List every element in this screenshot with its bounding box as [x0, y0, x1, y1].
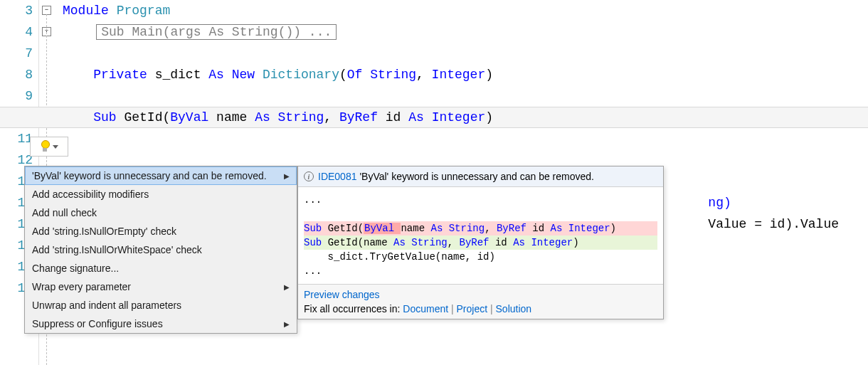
menu-item-unwrap-parameters[interactable]: Unwrap and indent all parameters	[25, 296, 297, 314]
line-number: 9	[0, 85, 33, 107]
menu-item-suppress-configure[interactable]: Suppress or Configure issues ▶	[25, 314, 297, 333]
fix-solution-link[interactable]: Solution	[496, 303, 532, 314]
chevron-right-icon: ▶	[284, 283, 290, 291]
menu-item-label: Add 'string.IsNullOrEmpty' check	[32, 226, 176, 237]
menu-item-change-signature[interactable]: Change signature...	[25, 259, 297, 277]
line-number: 4	[0, 21, 33, 43]
preview-diff: ... Sub GetId(ByVal name As String, ByRe…	[298, 187, 663, 284]
code-line: Private s_dict As New Dictionary(Of Stri…	[63, 64, 868, 85]
menu-item-label: Add null check	[32, 207, 97, 218]
menu-item-label: Change signature...	[32, 263, 119, 274]
quick-actions-menu: 'ByVal' keyword is unnecessary and can b…	[24, 166, 297, 334]
code-line	[63, 43, 868, 64]
code-line	[63, 128, 868, 149]
code-line: Sub Main(args As String()) ...	[63, 21, 868, 43]
line-number: 7	[0, 43, 33, 64]
line-number: 11	[0, 128, 33, 149]
menu-item-null-check[interactable]: Add null check	[25, 203, 297, 222]
diagnostic-message: 'ByVal' keyword is unnecessary and can b…	[359, 171, 594, 182]
code-line	[63, 85, 868, 107]
diagnostic-id-link[interactable]: IDE0081	[318, 171, 356, 182]
menu-item-label: 'ByVal' keyword is unnecessary and can b…	[32, 170, 267, 181]
menu-item-label: Wrap every parameter	[32, 281, 131, 292]
lightbulb-button[interactable]	[30, 137, 68, 157]
fix-project-link[interactable]: Project	[457, 303, 488, 314]
fix-scope-label: Fix all occurrences in:	[304, 303, 400, 314]
collapsed-region[interactable]: Sub Main(args As String()) ...	[96, 24, 337, 40]
line-number: 8	[0, 64, 33, 85]
fix-document-link[interactable]: Document	[403, 303, 448, 314]
chevron-right-icon: ▶	[284, 320, 290, 328]
code-line: Sub GetId(ByVal name As String, ByRef id…	[63, 107, 868, 128]
menu-item-label: Add 'string.IsNullOrWhiteSpace' check	[32, 244, 202, 255]
preview-changes-link[interactable]: Preview changes	[304, 289, 380, 300]
line-number: 3	[0, 0, 33, 21]
menu-item-label: Unwrap and indent all parameters	[32, 300, 181, 311]
menu-item-isnullorwhitespace[interactable]: Add 'string.IsNullOrWhiteSpace' check	[25, 240, 297, 259]
fix-preview-panel: i IDE0081 'ByVal' keyword is unnecessary…	[297, 166, 664, 319]
menu-item-wrap-parameters[interactable]: Wrap every parameter ▶	[25, 277, 297, 296]
menu-item-label: Add accessibility modifiers	[32, 189, 149, 200]
info-icon: i	[304, 171, 314, 181]
menu-item-label: Suppress or Configure issues	[32, 318, 163, 329]
menu-item-remove-byval[interactable]: 'ByVal' keyword is unnecessary and can b…	[25, 166, 297, 185]
chevron-down-icon	[53, 145, 58, 149]
menu-item-isnullorempty[interactable]: Add 'string.IsNullOrEmpty' check	[25, 222, 297, 240]
menu-item-accessibility[interactable]: Add accessibility modifiers	[25, 185, 297, 203]
preview-footer: Preview changes Fix all occurrences in: …	[298, 284, 663, 319]
lightbulb-icon	[40, 140, 50, 153]
preview-header: i IDE0081 'ByVal' keyword is unnecessary…	[298, 166, 663, 187]
code-line: Module Program	[63, 0, 868, 21]
chevron-right-icon: ▶	[284, 172, 290, 180]
